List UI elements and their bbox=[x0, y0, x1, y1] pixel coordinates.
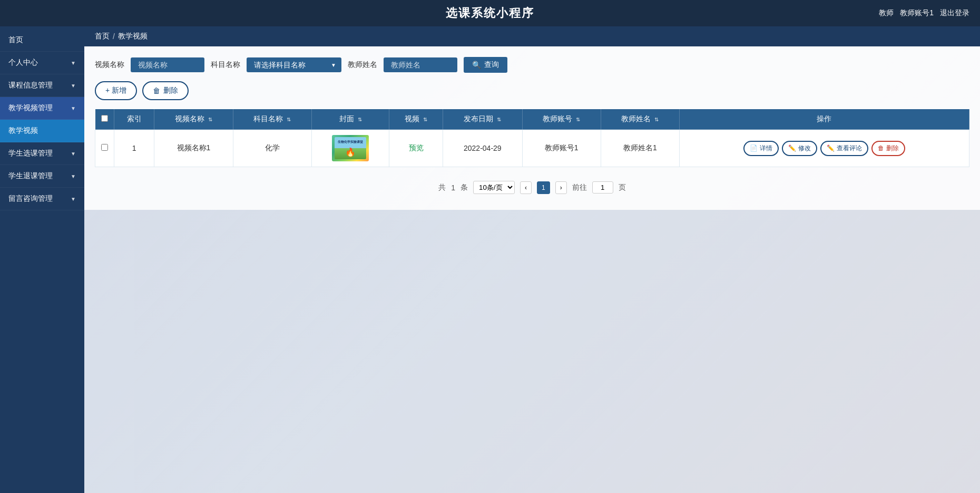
action-bar: + 新增 🗑 删除 bbox=[95, 81, 969, 100]
sort-icon: ⇅ bbox=[358, 117, 362, 122]
delete-label: 删除 bbox=[163, 86, 178, 95]
breadcrumb-separator: / bbox=[113, 32, 115, 41]
next-page-button[interactable]: › bbox=[555, 181, 567, 194]
th-video[interactable]: 视频 ⇅ bbox=[389, 109, 443, 130]
td-operations: 📄 详情 ✏️ 修改 ✏️ 查看评论 bbox=[679, 130, 969, 167]
subject-select-wrapper: 请选择科目名称 bbox=[247, 57, 341, 72]
current-page-button[interactable]: 1 bbox=[537, 181, 550, 194]
sidebar-item-student-select[interactable]: 学生选课管理 ▼ bbox=[0, 142, 84, 165]
th-video-name[interactable]: 视频名称 ⇅ bbox=[154, 109, 233, 130]
th-teacher-name[interactable]: 教师姓名 ⇅ bbox=[601, 109, 679, 130]
row-delete-icon: 🗑 bbox=[878, 144, 884, 152]
logout-button[interactable]: 退出登录 bbox=[940, 8, 969, 18]
delete-icon: 🗑 bbox=[153, 86, 160, 95]
sidebar-item-teaching-video[interactable]: 教学视频 bbox=[0, 120, 84, 142]
sidebar-video-mgmt-label: 教学视频管理 bbox=[8, 103, 53, 113]
row-delete-label: 删除 bbox=[886, 144, 899, 153]
row-action-group: 📄 详情 ✏️ 修改 ✏️ 查看评论 bbox=[684, 141, 965, 156]
sort-icon: ⇅ bbox=[287, 117, 291, 122]
sidebar-home-label: 首页 bbox=[8, 35, 23, 45]
add-label: + 新增 bbox=[105, 86, 126, 95]
video-preview-link[interactable]: 预览 bbox=[409, 143, 424, 152]
app-title: 选课系统小程序 bbox=[446, 5, 534, 21]
delete-button[interactable]: 🗑 删除 bbox=[142, 81, 189, 100]
chevron-down-icon: ▼ bbox=[71, 173, 76, 179]
sidebar-course-label: 课程信息管理 bbox=[8, 81, 53, 90]
detail-button[interactable]: 📄 详情 bbox=[743, 141, 779, 156]
teacher-name-input[interactable] bbox=[384, 57, 457, 72]
sidebar-item-message-mgmt[interactable]: 留言咨询管理 ▼ bbox=[0, 188, 84, 210]
thumbnail-flame: 🔥 bbox=[345, 147, 356, 157]
sort-icon: ⇅ bbox=[654, 117, 659, 122]
table-row: 1 视频名称1 化学 生物化学实验课堂 🔥 bbox=[95, 130, 969, 167]
select-all-checkbox[interactable] bbox=[101, 115, 108, 122]
sidebar-item-video-mgmt[interactable]: 教学视频管理 ▼ bbox=[0, 97, 84, 120]
goto-page-input[interactable] bbox=[592, 181, 613, 194]
sidebar-item-course-mgmt[interactable]: 课程信息管理 ▼ bbox=[0, 74, 84, 97]
goto-label: 前往 bbox=[572, 183, 587, 192]
th-subject-name[interactable]: 科目名称 ⇅ bbox=[233, 109, 311, 130]
table-header-row: 索引 视频名称 ⇅ 科目名称 ⇅ 封面 ⇅ bbox=[95, 109, 969, 130]
td-checkbox bbox=[95, 130, 114, 167]
sidebar-teaching-video-label: 教学视频 bbox=[8, 126, 38, 136]
row-delete-button[interactable]: 🗑 删除 bbox=[871, 141, 905, 156]
add-button[interactable]: + 新增 bbox=[95, 81, 137, 100]
chevron-down-icon: ▼ bbox=[71, 196, 76, 202]
view-comments-label: 查看评论 bbox=[837, 144, 862, 153]
detail-label: 详情 bbox=[760, 144, 772, 153]
header-right: 教师 教师账号1 退出登录 bbox=[879, 8, 969, 18]
video-name-label: 视频名称 bbox=[95, 60, 124, 70]
sidebar-student-select-label: 学生选课管理 bbox=[8, 149, 53, 158]
edit-button[interactable]: ✏️ 修改 bbox=[782, 141, 817, 156]
query-label: 查询 bbox=[484, 60, 499, 70]
video-thumbnail: 生物化学实验课堂 🔥 bbox=[332, 135, 369, 161]
sort-icon: ⇅ bbox=[497, 117, 501, 122]
breadcrumb-current: 教学视频 bbox=[118, 32, 148, 41]
td-publish-date: 2022-04-29 bbox=[443, 130, 522, 167]
edit-label: 修改 bbox=[798, 144, 811, 153]
sidebar-item-home[interactable]: 首页 bbox=[0, 29, 84, 52]
sort-icon: ⇅ bbox=[576, 117, 580, 122]
th-index: 索引 bbox=[114, 109, 154, 130]
chevron-down-icon: ▼ bbox=[71, 60, 76, 66]
page-size-select[interactable]: 10条/页 bbox=[473, 181, 515, 194]
sidebar-personal-label: 个人中心 bbox=[8, 58, 38, 67]
th-publish-date[interactable]: 发布日期 ⇅ bbox=[443, 109, 522, 130]
sidebar-item-student-drop[interactable]: 学生退课管理 ▼ bbox=[0, 165, 84, 188]
sort-icon: ⇅ bbox=[208, 117, 212, 122]
thumbnail-text: 生物化学实验课堂 bbox=[336, 140, 365, 144]
th-teacher-account[interactable]: 教师账号 ⇅ bbox=[522, 109, 601, 130]
td-video: 预览 bbox=[389, 130, 443, 167]
td-teacher-account: 教师账号1 bbox=[522, 130, 601, 167]
search-icon: 🔍 bbox=[472, 61, 481, 69]
sidebar-item-personal[interactable]: 个人中心 ▼ bbox=[0, 52, 84, 74]
search-bar: 视频名称 科目名称 请选择科目名称 教师姓名 🔍 查询 bbox=[95, 57, 969, 73]
breadcrumb-home[interactable]: 首页 bbox=[95, 32, 110, 41]
td-cover: 生物化学实验课堂 🔥 bbox=[311, 130, 389, 167]
prev-page-button[interactable]: ‹ bbox=[520, 181, 532, 194]
th-checkbox bbox=[95, 109, 114, 130]
th-cover[interactable]: 封面 ⇅ bbox=[311, 109, 389, 130]
thumbnail-inner: 生物化学实验课堂 🔥 bbox=[335, 137, 366, 159]
total-count: 1 bbox=[451, 183, 455, 192]
edit-icon: ✏️ bbox=[788, 144, 796, 152]
td-video-name: 视频名称1 bbox=[154, 130, 233, 167]
subject-select[interactable]: 请选择科目名称 bbox=[247, 57, 341, 72]
total-label: 共 bbox=[438, 183, 446, 192]
row-checkbox[interactable] bbox=[101, 144, 108, 151]
content-area: 视频名称 科目名称 请选择科目名称 教师姓名 🔍 查询 + 新 bbox=[84, 46, 980, 210]
query-button[interactable]: 🔍 查询 bbox=[464, 57, 507, 73]
layout: 首页 个人中心 ▼ 课程信息管理 ▼ 教学视频管理 ▼ 教学视频 学生选课管理 … bbox=[0, 26, 980, 493]
video-name-input[interactable] bbox=[131, 57, 204, 72]
th-operations: 操作 bbox=[679, 109, 969, 130]
data-table: 索引 视频名称 ⇅ 科目名称 ⇅ 封面 ⇅ bbox=[95, 109, 969, 167]
view-comments-button[interactable]: ✏️ 查看评论 bbox=[820, 141, 868, 156]
sidebar-message-label: 留言咨询管理 bbox=[8, 194, 53, 204]
header: 选课系统小程序 教师 教师账号1 退出登录 bbox=[0, 0, 980, 26]
chevron-down-icon: ▼ bbox=[71, 151, 76, 157]
chevron-down-icon: ▼ bbox=[71, 83, 76, 89]
pagination: 共 1 条 10条/页 ‹ 1 › 前往 页 bbox=[95, 176, 969, 199]
breadcrumb: 首页 / 教学视频 bbox=[84, 26, 980, 46]
main-content: 首页 / 教学视频 视频名称 科目名称 请选择科目名称 教师姓名 🔍 bbox=[84, 26, 980, 493]
sort-icon: ⇅ bbox=[423, 117, 427, 122]
